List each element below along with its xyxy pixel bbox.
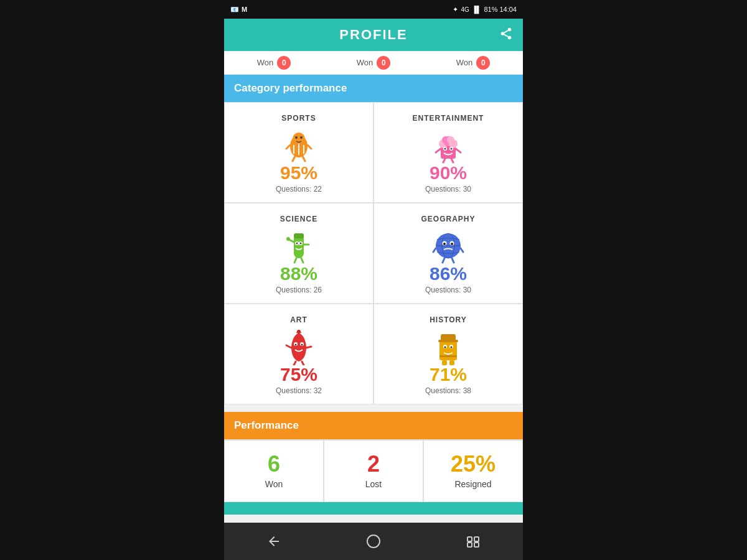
performance-grid: 6 Won 2 Lost 25% Resigned: [224, 439, 523, 502]
svg-line-4: [504, 30, 508, 32]
resigned-value: 25%: [451, 453, 496, 475]
lost-label: Lost: [365, 479, 382, 489]
category-performance-title: Category performance: [234, 82, 347, 94]
won-badge-1: 0: [277, 56, 291, 70]
svg-point-24: [444, 148, 446, 150]
svg-rect-63: [438, 340, 458, 342]
science-percent: 88%: [280, 264, 317, 283]
sports-percent: 95%: [280, 164, 317, 182]
performance-lost: 2 Lost: [324, 440, 423, 502]
sports-questions: Questions: 22: [276, 185, 322, 194]
category-science: SCIENCE: [224, 203, 374, 304]
svg-line-49: [461, 248, 463, 252]
gmail-icon: M: [242, 6, 247, 13]
svg-line-57: [286, 345, 291, 348]
won-value: 6: [268, 453, 280, 475]
svg-line-9: [286, 145, 290, 149]
svg-point-21: [447, 136, 454, 144]
svg-point-47: [451, 243, 453, 245]
svg-line-51: [452, 258, 454, 263]
category-geography: GEOGRAPHY: [374, 203, 523, 304]
share-icon[interactable]: [499, 27, 513, 44]
art-name: ART: [290, 315, 308, 324]
svg-rect-75: [474, 543, 479, 547]
network-icon: 4G: [461, 6, 469, 13]
svg-point-8: [300, 136, 303, 139]
entertainment-mascot: [430, 126, 467, 164]
science-mascot: [280, 227, 317, 264]
geography-mascot: [430, 227, 467, 264]
status-left: 📧 M: [230, 6, 247, 14]
won-item-3: Won 0: [456, 56, 491, 70]
performance-won: 6 Won: [224, 440, 324, 502]
won-badge-2: 0: [377, 56, 390, 70]
back-button[interactable]: [255, 529, 293, 554]
svg-line-26: [436, 149, 441, 152]
recents-button[interactable]: [454, 529, 492, 554]
app-title: PROFILE: [339, 27, 407, 43]
art-mascot: [280, 328, 317, 365]
svg-rect-74: [467, 543, 472, 547]
svg-point-2: [508, 35, 512, 39]
category-history: HISTORY: [374, 304, 523, 404]
geography-name: GEOGRAPHY: [421, 215, 475, 223]
svg-rect-68: [439, 355, 457, 357]
svg-point-46: [443, 243, 446, 245]
won-item-2: Won 0: [357, 56, 391, 70]
won-strip: Won 0 Won 0 Won 0: [224, 51, 523, 75]
email-icon: 📧: [230, 6, 239, 14]
svg-line-48: [433, 248, 436, 252]
svg-line-50: [443, 258, 444, 263]
svg-line-3: [504, 34, 508, 37]
svg-point-35: [300, 243, 302, 245]
svg-line-40: [301, 258, 303, 263]
category-entertainment: ENTERTAINMENT: [374, 102, 523, 203]
bottom-nav: [224, 523, 523, 560]
svg-point-66: [444, 347, 446, 348]
won-label: Won: [265, 479, 283, 489]
category-art: ART: [224, 304, 374, 404]
won-label-3: Won: [456, 58, 473, 67]
svg-point-52: [297, 330, 301, 334]
history-percent: 71%: [430, 365, 467, 384]
history-name: HISTORY: [430, 315, 467, 324]
svg-line-58: [306, 347, 311, 348]
geography-percent: 86%: [430, 264, 467, 283]
scroll-content[interactable]: Category performance SPORTS: [224, 75, 523, 523]
svg-point-1: [501, 32, 505, 35]
lost-value: 2: [367, 453, 380, 475]
svg-line-11: [293, 156, 295, 161]
science-name: SCIENCE: [280, 215, 317, 223]
bluetooth-icon: ✦: [453, 6, 458, 14]
performance-resigned: 25% Resigned: [423, 440, 523, 502]
status-right: ✦ 4G ▐▌ 81% 14:04: [453, 6, 517, 14]
app-header: PROFILE: [224, 19, 523, 51]
signal-icon: ▐▌: [472, 6, 482, 13]
category-performance-header: Category performance: [224, 75, 523, 102]
svg-point-6: [293, 133, 305, 145]
art-percent: 75%: [280, 365, 317, 384]
home-button[interactable]: [355, 529, 392, 554]
history-questions: Questions: 38: [425, 386, 471, 395]
svg-rect-72: [467, 537, 472, 541]
sports-mascot: [280, 126, 317, 164]
svg-point-7: [295, 136, 298, 139]
svg-line-39: [294, 258, 296, 263]
svg-line-12: [303, 156, 305, 161]
won-item-1: Won 0: [257, 56, 291, 70]
performance-title: Performance: [234, 419, 299, 431]
svg-rect-31: [294, 233, 304, 238]
svg-rect-61: [439, 340, 457, 360]
svg-point-37: [286, 237, 290, 241]
geography-questions: Questions: 30: [425, 286, 471, 294]
science-questions: Questions: 26: [276, 286, 322, 294]
svg-point-34: [296, 243, 298, 245]
art-questions: Questions: 32: [276, 386, 322, 395]
category-sports: SPORTS: [224, 102, 374, 203]
sports-name: SPORTS: [281, 114, 316, 123]
svg-line-10: [308, 145, 311, 149]
won-label-1: Won: [257, 58, 274, 67]
entertainment-name: ENTERTAINMENT: [413, 114, 484, 123]
svg-point-56: [301, 344, 303, 346]
entertainment-percent: 90%: [430, 164, 467, 182]
